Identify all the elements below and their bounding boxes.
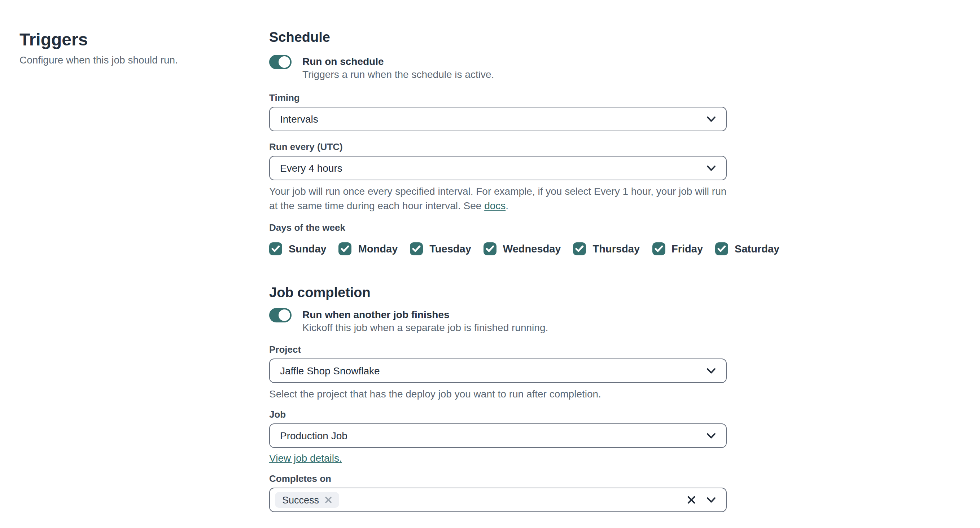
- timing-select-value: Intervals: [280, 113, 706, 125]
- toggle-knob: [278, 309, 290, 321]
- job-select-value: Production Job: [280, 430, 706, 441]
- run-when-another-job-finishes-label: Run when another job finishes: [302, 308, 548, 321]
- run-on-schedule-texts: Run on schedule Triggers a run when the …: [302, 55, 494, 81]
- chevron-down-icon: [706, 368, 716, 374]
- schedule-section-heading: Schedule: [269, 29, 727, 46]
- timing-select[interactable]: Intervals: [269, 107, 727, 131]
- toggle-knob: [278, 56, 290, 68]
- run-on-schedule-row: Run on schedule Triggers a run when the …: [269, 55, 727, 81]
- day-label: Wednesday: [503, 243, 561, 255]
- run-on-schedule-toggle[interactable]: [269, 55, 291, 69]
- multiselect-icons: [687, 496, 716, 504]
- run-on-schedule-label: Run on schedule: [302, 55, 494, 68]
- chip-label: Success: [282, 495, 319, 505]
- day-label: Sunday: [289, 243, 326, 255]
- chevron-down-icon: [706, 165, 716, 171]
- job-completion-section-heading: Job completion: [269, 284, 727, 301]
- run-when-another-job-finishes-toggle[interactable]: [269, 308, 291, 322]
- run-every-help-text: Your job will run once every specified i…: [269, 185, 727, 213]
- run-when-another-job-finishes-description: Kickoff this job when a separate job is …: [302, 321, 548, 335]
- day-checkbox-tuesday[interactable]: Tuesday: [410, 243, 471, 255]
- day-label: Monday: [358, 243, 398, 255]
- checkbox-checked-icon: [715, 243, 728, 255]
- completes-on-multiselect[interactable]: Success: [269, 488, 727, 512]
- checkbox-checked-icon: [410, 243, 423, 255]
- checkbox-checked-icon: [484, 243, 496, 255]
- checkbox-checked-icon: [269, 243, 282, 255]
- checkbox-checked-icon: [339, 243, 352, 255]
- run-every-select-value: Every 4 hours: [280, 162, 706, 174]
- triggers-settings-page: Triggers Configure when this job should …: [0, 0, 980, 528]
- chip-remove-icon[interactable]: [325, 496, 332, 503]
- run-when-another-job-finishes-row: Run when another job finishes Kickoff th…: [269, 308, 727, 335]
- day-checkbox-thursday[interactable]: Thursday: [573, 243, 640, 255]
- clear-all-icon[interactable]: [687, 496, 696, 504]
- view-job-details-row: View job details.: [269, 452, 727, 465]
- job-select[interactable]: Production Job: [269, 423, 727, 448]
- day-checkbox-sunday[interactable]: Sunday: [269, 243, 326, 255]
- day-label: Saturday: [735, 243, 780, 255]
- chevron-down-icon: [706, 496, 716, 503]
- run-every-select[interactable]: Every 4 hours: [269, 156, 727, 180]
- project-label: Project: [269, 343, 727, 355]
- job-label: Job: [269, 408, 727, 420]
- chevron-down-icon: [706, 433, 716, 439]
- run-when-another-job-finishes-texts: Run when another job finishes Kickoff th…: [302, 308, 548, 335]
- day-checkbox-monday[interactable]: Monday: [339, 243, 398, 255]
- days-of-week-row: Sunday Monday Tuesday Wednesday Thursday…: [269, 243, 727, 255]
- day-label: Friday: [671, 243, 703, 255]
- checkbox-checked-icon: [573, 243, 586, 255]
- chevron-down-icon: [706, 116, 716, 122]
- day-checkbox-friday[interactable]: Friday: [652, 243, 703, 255]
- help-text-suffix: .: [506, 200, 508, 211]
- project-select[interactable]: Jaffle Shop Snowflake: [269, 358, 727, 383]
- completes-on-label: Completes on: [269, 473, 727, 485]
- run-on-schedule-description: Triggers a run when the schedule is acti…: [302, 68, 494, 81]
- day-label: Tuesday: [430, 243, 471, 255]
- page-subtitle: Configure when this job should run.: [19, 53, 236, 67]
- page-title: Triggers: [19, 29, 236, 50]
- project-help-text: Select the project that has the deploy j…: [269, 387, 727, 401]
- completes-on-chip-success: Success: [275, 492, 339, 508]
- project-select-value: Jaffle Shop Snowflake: [280, 365, 706, 377]
- day-checkbox-wednesday[interactable]: Wednesday: [484, 243, 561, 255]
- view-job-details-link[interactable]: View job details.: [269, 452, 342, 464]
- left-panel: Triggers Configure when this job should …: [19, 29, 236, 67]
- form-column: Schedule Run on schedule Triggers a run …: [269, 29, 727, 512]
- day-checkbox-saturday[interactable]: Saturday: [715, 243, 780, 255]
- run-every-label: Run every (UTC): [269, 141, 727, 153]
- days-of-week-label: Days of the week: [269, 222, 727, 234]
- docs-link[interactable]: docs: [484, 200, 506, 211]
- timing-label: Timing: [269, 92, 727, 104]
- day-label: Thursday: [593, 243, 640, 255]
- checkbox-checked-icon: [652, 243, 665, 255]
